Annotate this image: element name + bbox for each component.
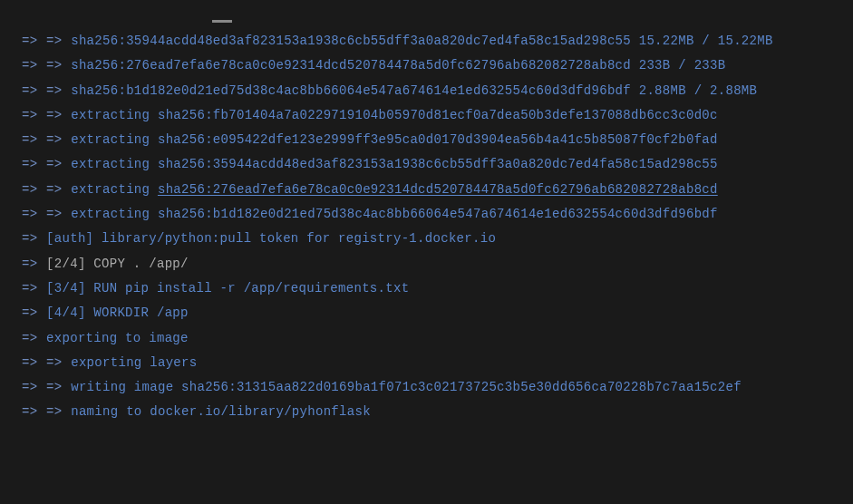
terminal-line: => [4/4] WORKDIR /app bbox=[22, 301, 831, 325]
log-text: writing image sha256:31315aa822d0169ba1f… bbox=[71, 380, 742, 394]
log-text: sha256:276ead7efa6e78ca0c0e92314dcd52078… bbox=[71, 58, 725, 73]
log-text: exporting layers bbox=[71, 355, 197, 370]
terminal-line: => exporting to image bbox=[22, 326, 831, 351]
terminal-line: => => extracting sha256:e095422dfe123e29… bbox=[22, 128, 831, 152]
step-arrow-icon: => bbox=[22, 305, 46, 320]
step-arrow-icon: => bbox=[46, 108, 71, 122]
step-arrow-icon: => bbox=[22, 157, 46, 171]
log-text: extracting sha256:35944acdd48ed3af823153… bbox=[71, 157, 718, 171]
step-arrow-icon: => bbox=[22, 182, 46, 197]
step-arrow-icon: => bbox=[22, 380, 46, 394]
step-arrow-icon: => bbox=[46, 157, 71, 171]
step-arrow-icon: => bbox=[22, 355, 46, 370]
terminal-output: => => sha256:35944acdd48ed3af823153a1938… bbox=[22, 29, 831, 425]
terminal-line: => => extracting sha256:b1d182e0d21ed75d… bbox=[22, 202, 831, 227]
terminal-line: => => exporting layers bbox=[22, 351, 831, 375]
log-text: extracting sha256:fb701404a7a0229719104b… bbox=[71, 108, 718, 122]
step-arrow-icon: => bbox=[22, 83, 46, 98]
step-arrow-icon: => bbox=[46, 380, 71, 394]
log-text: [2/4] COPY . /app/ bbox=[46, 257, 189, 271]
step-arrow-icon: => bbox=[22, 281, 46, 296]
step-arrow-icon: => bbox=[22, 207, 46, 221]
log-text: [3/4] RUN pip install -r /app/requiremen… bbox=[46, 281, 409, 296]
step-arrow-icon: => bbox=[22, 331, 46, 345]
step-arrow-icon: => bbox=[46, 207, 71, 221]
step-arrow-icon: => bbox=[46, 355, 71, 370]
terminal-line: => [3/4] RUN pip install -r /app/require… bbox=[22, 276, 831, 301]
step-arrow-icon: => bbox=[22, 257, 46, 271]
terminal-line: => => writing image sha256:31315aa822d01… bbox=[22, 375, 831, 400]
step-arrow-icon: => bbox=[22, 132, 46, 147]
step-arrow-icon: => bbox=[22, 58, 46, 73]
step-arrow-icon: => bbox=[22, 231, 46, 246]
log-text: [auth] library/python:pull token for reg… bbox=[46, 231, 496, 246]
log-text: extracting bbox=[71, 182, 158, 197]
terminal-line: => [2/4] COPY . /app/ bbox=[22, 252, 831, 276]
log-text: naming to docker.io/library/pyhonflask bbox=[71, 404, 371, 419]
terminal-line: => => extracting sha256:276ead7efa6e78ca… bbox=[22, 178, 831, 202]
step-arrow-icon: => bbox=[46, 404, 71, 419]
terminal-line: => [auth] library/python:pull token for … bbox=[22, 227, 831, 251]
log-text: sha256:276ead7efa6e78ca0c0e92314dcd52078… bbox=[158, 182, 718, 197]
terminal-line: => => sha256:35944acdd48ed3af823153a1938… bbox=[22, 29, 831, 53]
log-text: extracting sha256:b1d182e0d21ed75d38c4ac… bbox=[71, 207, 718, 221]
step-arrow-icon: => bbox=[46, 58, 71, 73]
terminal-line: => => extracting sha256:fb701404a7a02297… bbox=[22, 103, 831, 128]
log-text: [4/4] WORKDIR /app bbox=[46, 305, 189, 320]
step-arrow-icon: => bbox=[46, 132, 71, 147]
terminal-line: => => sha256:276ead7efa6e78ca0c0e92314dc… bbox=[22, 53, 831, 78]
step-arrow-icon: => bbox=[22, 404, 46, 419]
step-arrow-icon: => bbox=[46, 182, 71, 197]
step-arrow-icon: => bbox=[22, 34, 46, 48]
step-arrow-icon: => bbox=[22, 108, 46, 122]
terminal-line: => => naming to docker.io/library/pyhonf… bbox=[22, 400, 831, 424]
log-text: sha256:35944acdd48ed3af823153a1938c6cb55… bbox=[71, 34, 772, 48]
log-text: exporting to image bbox=[46, 331, 189, 345]
log-text: extracting sha256:e095422dfe123e2999ff3e… bbox=[71, 132, 718, 147]
titlebar-accent bbox=[212, 20, 232, 23]
log-text: sha256:b1d182e0d21ed75d38c4ac8bb66064e54… bbox=[71, 83, 757, 98]
step-arrow-icon: => bbox=[46, 34, 71, 48]
terminal-line: => => sha256:b1d182e0d21ed75d38c4ac8bb66… bbox=[22, 79, 831, 103]
terminal-line: => => extracting sha256:35944acdd48ed3af… bbox=[22, 152, 831, 177]
step-arrow-icon: => bbox=[46, 83, 71, 98]
